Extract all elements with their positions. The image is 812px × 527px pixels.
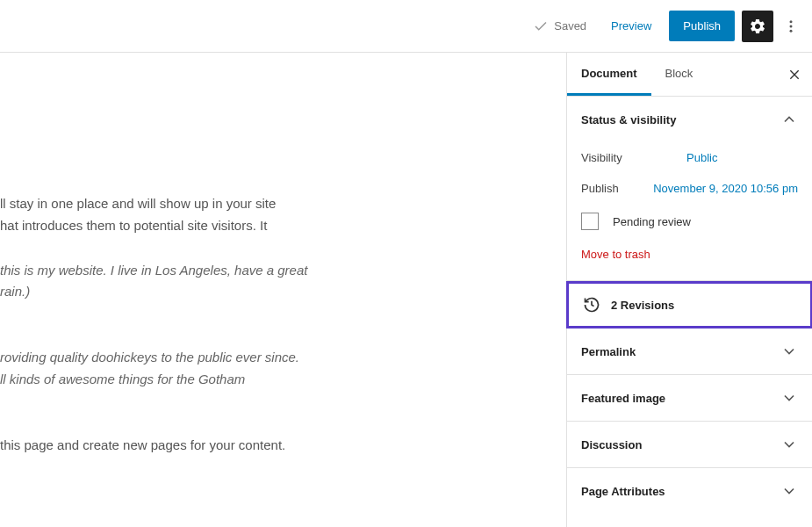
saved-label: Saved bbox=[554, 19, 586, 32]
svg-point-0 bbox=[790, 20, 793, 23]
chevron-down-icon bbox=[780, 343, 798, 360]
status-visibility-header[interactable]: Status & visibility bbox=[567, 97, 812, 142]
chevron-up-icon bbox=[780, 111, 798, 128]
visibility-row: Visibility Public bbox=[581, 142, 798, 173]
history-icon bbox=[583, 296, 600, 314]
revisions-panel: 2 Revisions bbox=[566, 281, 812, 328]
discussion-panel-header[interactable]: Discussion bbox=[567, 422, 812, 468]
tab-document[interactable]: Document bbox=[567, 53, 651, 96]
pending-review-row: Pending review bbox=[581, 204, 798, 239]
svg-point-1 bbox=[790, 25, 793, 27]
permalink-panel-header[interactable]: Permalink bbox=[567, 328, 812, 375]
pending-review-checkbox[interactable] bbox=[581, 213, 599, 230]
move-to-trash-link[interactable]: Move to trash bbox=[581, 239, 798, 266]
sidebar-tabs: Document Block bbox=[567, 53, 812, 97]
visibility-label: Visibility bbox=[581, 151, 651, 164]
panel-title: Status & visibility bbox=[581, 113, 676, 126]
panel-title: Featured image bbox=[581, 392, 665, 405]
pending-review-label: Pending review bbox=[613, 215, 691, 228]
chevron-down-icon bbox=[780, 482, 798, 500]
more-options-button[interactable] bbox=[780, 11, 801, 42]
revisions-label: 2 Revisions bbox=[611, 299, 674, 312]
saved-status: Saved bbox=[533, 18, 586, 34]
content-paragraph: this is my website. I live in Los Angele… bbox=[0, 260, 566, 304]
editor-content-area[interactable]: ll stay in one place and will show up in… bbox=[0, 53, 566, 527]
publish-date-row: Publish November 9, 2020 10:56 pm bbox=[581, 173, 798, 204]
close-panel-button[interactable] bbox=[784, 64, 805, 85]
settings-button[interactable] bbox=[742, 11, 773, 42]
featured-image-panel-header[interactable]: Featured image bbox=[567, 375, 812, 422]
checkmark-icon bbox=[533, 18, 549, 34]
close-icon bbox=[787, 68, 801, 82]
publish-label: Publish bbox=[581, 182, 619, 195]
preview-button[interactable]: Preview bbox=[600, 12, 662, 40]
chevron-down-icon bbox=[780, 436, 798, 453]
visibility-value[interactable]: Public bbox=[686, 151, 717, 164]
page-attributes-panel-header[interactable]: Page Attributes bbox=[567, 468, 812, 514]
content-paragraph: roviding quality doohickeys to the publi… bbox=[0, 347, 566, 391]
gear-icon bbox=[749, 18, 766, 35]
panel-title: Permalink bbox=[581, 345, 636, 358]
content-paragraph: this page and create new pages for your … bbox=[0, 435, 566, 457]
panel-title: Discussion bbox=[581, 438, 642, 451]
publish-button[interactable]: Publish bbox=[669, 11, 735, 41]
panel-title: Page Attributes bbox=[581, 485, 665, 498]
svg-point-2 bbox=[790, 29, 793, 32]
tab-block[interactable]: Block bbox=[651, 53, 708, 96]
chevron-down-icon bbox=[780, 389, 798, 407]
publish-date-value[interactable]: November 9, 2020 10:56 pm bbox=[653, 182, 798, 195]
status-visibility-panel: Status & visibility Visibility Public Pu… bbox=[567, 97, 812, 281]
settings-sidebar: Document Block Status & visibility Visib… bbox=[566, 53, 812, 527]
editor-top-bar: Saved Preview Publish bbox=[0, 0, 812, 53]
more-vertical-icon bbox=[783, 18, 799, 34]
content-paragraph: ll stay in one place and will show up in… bbox=[0, 193, 566, 237]
revisions-button[interactable]: 2 Revisions bbox=[569, 284, 810, 326]
